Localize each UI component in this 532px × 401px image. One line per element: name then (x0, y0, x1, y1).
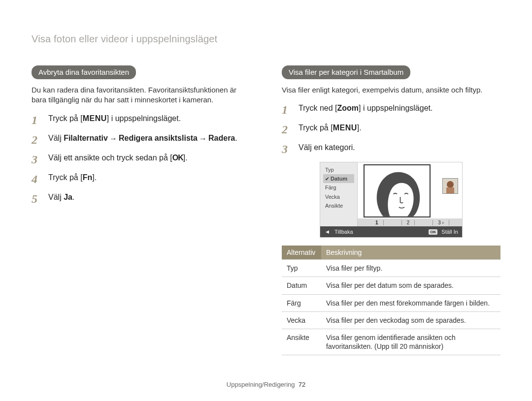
right-intro: Visa filer enligt kategori, exempelvis d… (282, 85, 500, 95)
pager-page: 3 › (432, 220, 449, 225)
thumbnail-face-icon (443, 179, 458, 193)
footer-section: Uppspelning/Redigering (227, 381, 295, 388)
left-step-1: 1 Tryck på [MENU] i uppspelningsläget. (32, 113, 250, 126)
ok-icon: OK (429, 229, 437, 235)
lcd-category-item: Typ (323, 165, 354, 174)
step-text: ]. (183, 154, 188, 162)
step-text: Tryck på [ (48, 114, 83, 123)
step-text: Tryck på [ (299, 123, 333, 132)
left-step-5: 5 Välj Ja. (32, 192, 250, 205)
right-column: Visa filer per kategori i Smartalbum Vis… (282, 65, 500, 355)
check-icon: ✔ (325, 176, 331, 182)
right-step-1: 1 Tryck ned [Zoom] i uppspelningsläget. (282, 103, 500, 116)
step-text: Tryck ned [ (299, 104, 337, 112)
right-step-2: 2 Tryck på [MENU]. (282, 123, 500, 135)
options-table: Alternativ Beskrivning Typ Visa filer pe… (282, 246, 500, 355)
step-number: 2 (282, 123, 294, 135)
table-row: Typ Visa filer per filtyp. (282, 260, 500, 277)
page-footer: Uppspelning/Redigering 72 (0, 381, 532, 388)
step-text: Välj ett ansikte och tryck sedan på [ (48, 154, 172, 162)
step-text: ]. (357, 123, 362, 132)
lcd-category-list: Typ ✔Datum Färg Vecka Ansikte (320, 162, 358, 226)
table-row: Datum Visa filer per det datum som de sp… (282, 277, 500, 294)
table-cell-desc: Visa filer per den veckodag som de spara… (321, 311, 500, 329)
arrow-right-icon: → (108, 134, 119, 143)
step-number: 1 (282, 104, 294, 116)
arrow-right-icon: → (198, 134, 208, 143)
left-intro: Du kan radera dina favoritansikten. Favo… (32, 85, 250, 105)
left-step-3: 3 Välj ett ansikte och tryck sedan på [O… (32, 153, 250, 165)
table-cell-desc: Visa filer per den mest förekommande fär… (321, 294, 500, 311)
menu-path: Filalternativ (64, 134, 108, 142)
table-cell-alt: Datum (282, 277, 321, 294)
lcd-thumbnail (442, 178, 458, 194)
menu-icon: MENU (333, 123, 357, 133)
table-cell-desc: Visa filer genom identifierade ansikten … (321, 329, 500, 355)
menu-path: Redigera ansiktslista (119, 134, 198, 142)
step-number: 3 (32, 154, 43, 165)
ok-icon: OK (172, 153, 183, 163)
fn-icon: Fn (83, 172, 93, 183)
svg-point-0 (447, 181, 454, 188)
step-text: Välj en kategori. (299, 142, 500, 153)
table-cell-desc: Visa filer per det datum som de sparades… (321, 277, 500, 294)
table-row: Vecka Visa filer per den veckodag som de… (282, 311, 500, 329)
table-cell-alt: Vecka (282, 311, 321, 329)
table-cell-desc: Visa filer per filtyp. (321, 260, 500, 277)
face-illustration-icon (365, 165, 430, 216)
step-number: 3 (282, 143, 294, 155)
left-step-2: 2 Välj Filalternativ→Redigera ansiktslis… (32, 133, 250, 146)
lcd-back-label: Tillbaka (334, 229, 353, 235)
step-number: 1 (32, 114, 43, 126)
lcd-category-label: Datum (331, 176, 347, 182)
left-column: Avbryta dina favoritansikten Du kan rade… (32, 65, 250, 355)
table-row: Färg Visa filer per den mest förekommand… (282, 294, 500, 311)
left-step-4: 4 Tryck på [Fn]. (32, 172, 250, 185)
lcd-category-item: Ansikte (323, 201, 354, 210)
heading-pill-left: Avbryta dina favoritansikten (32, 65, 136, 79)
menu-path: Radera (208, 134, 235, 142)
confirm-label: Ja (64, 193, 72, 201)
step-number: 5 (32, 193, 43, 205)
pager-page: 2 (401, 220, 415, 225)
lcd-bottom-bar: ◀ Tillbaka OK Ställ In (320, 226, 462, 237)
lcd-pager: 1 2 3 › (358, 218, 462, 226)
svg-rect-1 (446, 187, 454, 193)
step-text: Välj (48, 134, 64, 142)
step-text: ] i uppspelningsläget. (359, 104, 432, 112)
pager-current: 1 (370, 220, 384, 225)
table-row: Ansikte Visa filer genom identifierade a… (282, 329, 500, 355)
table-cell-alt: Ansikte (282, 329, 321, 355)
footer-page-number: 72 (299, 381, 305, 388)
lcd-photo-preview (364, 164, 431, 217)
camera-lcd-illustration: Typ ✔Datum Färg Vecka Ansikte (320, 162, 463, 238)
step-number: 4 (32, 173, 43, 185)
table-header-desc: Beskrivning (321, 246, 500, 260)
step-number: 2 (32, 134, 43, 146)
table-cell-alt: Typ (282, 260, 321, 277)
step-text: . (72, 193, 74, 201)
table-header-alt: Alternativ (282, 246, 321, 260)
lcd-category-item-active: ✔Datum (323, 174, 354, 183)
menu-icon: MENU (83, 113, 107, 124)
table-cell-alt: Färg (282, 294, 321, 311)
lcd-set-label: Ställ In (441, 229, 458, 235)
right-step-3: 3 Välj en kategori. (282, 142, 500, 155)
lcd-category-item: Vecka (323, 192, 354, 201)
step-text: ] i uppspelningsläget. (107, 114, 181, 123)
heading-pill-right: Visa filer per kategori i Smartalbum (282, 65, 410, 79)
page-title: Visa foton eller videor i uppspelningslä… (32, 33, 500, 45)
chevron-right-icon: › (442, 220, 444, 225)
lcd-category-item: Färg (323, 183, 354, 192)
step-text: ]. (92, 173, 97, 182)
arrow-left-icon: ◀ (324, 229, 331, 234)
step-text: Tryck på [ (48, 173, 83, 182)
zoom-label: Zoom (337, 104, 359, 112)
step-text: Välj (48, 193, 64, 201)
